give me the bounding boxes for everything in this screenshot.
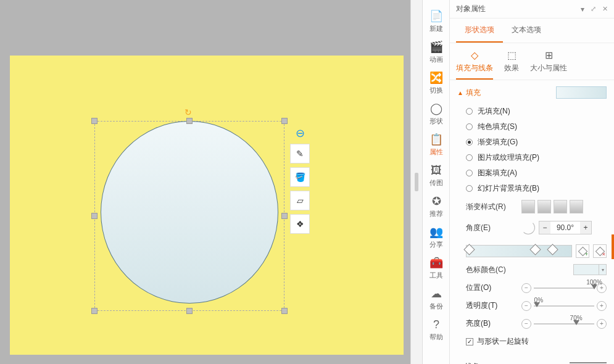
stop-color-picker[interactable]: ▾ xyxy=(573,264,607,275)
selected-shape[interactable]: ↻ xyxy=(94,121,284,311)
subtab-效果[interactable]: ⬚效果 xyxy=(504,49,519,80)
ribbon-label: 动画 xyxy=(429,55,443,64)
radio-label: 幻灯片背景填充(B) xyxy=(478,183,539,194)
ribbon-推荐[interactable]: ✪推荐 xyxy=(423,191,450,222)
opacity-decrease-button[interactable]: − xyxy=(521,301,531,311)
rotate-handle[interactable]: ↻ xyxy=(185,107,192,117)
subtab-填充与线条[interactable]: ◇填充与线条 xyxy=(456,49,493,80)
resize-handle-ne[interactable] xyxy=(281,118,288,124)
opacity-thumb[interactable] xyxy=(534,302,540,307)
ribbon-icon: 🧰 xyxy=(429,257,443,268)
fill-section-header[interactable]: ▲ 填充 xyxy=(457,86,607,99)
fill-option-图案填充(A)[interactable]: 图案填充(A) xyxy=(457,165,607,181)
delete-shape-button[interactable]: ⊖ xyxy=(290,126,310,140)
brightness-thumb[interactable] xyxy=(573,320,579,325)
brightness-row: 亮度(B) − 70% + xyxy=(457,315,607,333)
ribbon-动画[interactable]: 🎬动画 xyxy=(423,37,450,68)
circle-shape[interactable] xyxy=(101,121,278,304)
rotate-label: 与形状一起旋转 xyxy=(477,336,529,347)
subtab-label: 大小与属性 xyxy=(530,63,567,73)
gradient-stop-3[interactable] xyxy=(549,244,555,260)
angle-row: 角度(E) − 90.0° + xyxy=(457,217,607,238)
shape-float-toolbar: ⊖ ✎ 🪣 ▱ ❖ xyxy=(290,126,312,238)
angle-increase-button[interactable]: + xyxy=(580,221,591,234)
resize-handle-se[interactable] xyxy=(281,308,288,314)
resize-handle-sw[interactable] xyxy=(91,308,97,314)
resize-handle-nw[interactable] xyxy=(91,118,97,124)
tab-形状选项[interactable]: 形状选项 xyxy=(456,19,503,43)
gradient-stop-1[interactable] xyxy=(465,244,472,260)
add-stop-button[interactable]: + xyxy=(576,244,589,258)
restore-icon[interactable]: ⤢ xyxy=(591,5,596,13)
fill-header-label: 填充 xyxy=(466,88,481,98)
stop-color-label: 色标颜色(C) xyxy=(466,265,521,275)
dropdown-icon[interactable]: ▾ xyxy=(581,5,584,14)
sub-tabs: ◇填充与线条⬚效果⊞大小与属性 xyxy=(450,43,614,80)
position-decrease-button[interactable]: − xyxy=(521,283,531,293)
line-section-header[interactable]: ▶ 线条 xyxy=(450,357,614,364)
ribbon-工具[interactable]: 🧰工具 xyxy=(423,253,450,284)
ribbon-形状[interactable]: ◯形状 xyxy=(423,99,450,130)
ribbon-label: 分享 xyxy=(429,240,443,249)
ribbon-备份[interactable]: ☁备份 xyxy=(423,284,450,315)
ribbon-切换[interactable]: 🔀切换 xyxy=(423,68,450,99)
ribbon-icon: ? xyxy=(433,319,439,330)
resize-handle-s[interactable] xyxy=(186,308,193,314)
radio-label: 纯色填充(S) xyxy=(478,122,517,132)
fill-preview-swatch[interactable] xyxy=(556,86,607,99)
fill-option-渐变填充(G)[interactable]: 渐变填充(G) xyxy=(457,134,607,150)
outline-shape-button[interactable]: ▱ xyxy=(290,191,310,210)
gradient-stop-2[interactable] xyxy=(531,244,538,260)
edit-shape-button[interactable]: ✎ xyxy=(290,144,310,163)
scrollbar-thumb[interactable] xyxy=(612,234,614,259)
subtab-icon: ◇ xyxy=(471,49,478,61)
gradient-style-4[interactable] xyxy=(570,200,583,213)
ribbon-分享[interactable]: 👥分享 xyxy=(423,222,450,253)
opacity-increase-button[interactable]: + xyxy=(597,301,607,311)
ribbon-新建[interactable]: 📄新建 xyxy=(423,6,450,37)
layer-shape-button[interactable]: ❖ xyxy=(290,214,310,234)
opacity-slider[interactable]: 0% xyxy=(534,305,594,307)
brightness-slider[interactable]: 70% xyxy=(534,323,594,325)
subtab-icon: ⬚ xyxy=(507,49,517,61)
ribbon-属性[interactable]: 📋属性 xyxy=(423,130,450,160)
subtab-label: 填充与线条 xyxy=(456,63,493,73)
fill-shape-button[interactable]: 🪣 xyxy=(290,167,310,187)
remove-stop-button[interactable]: × xyxy=(593,244,607,258)
fill-option-纯色填充(S)[interactable]: 纯色填充(S) xyxy=(457,119,607,134)
gradient-style-2[interactable] xyxy=(537,200,551,213)
side-ribbon: 📄新建🎬动画🔀切换◯形状📋属性🖼传图✪推荐👥分享🧰工具☁备份?帮助 xyxy=(423,0,450,364)
gradient-style-1[interactable] xyxy=(521,200,535,213)
resize-handle-w[interactable] xyxy=(91,213,97,219)
gradient-style-3[interactable] xyxy=(554,200,567,213)
fill-option-无填充(N)[interactable]: 无填充(N) xyxy=(457,104,607,119)
fill-option-图片或纹理填充(P)[interactable]: 图片或纹理填充(P) xyxy=(457,150,607,165)
angle-value[interactable]: 90.0° xyxy=(550,221,580,234)
ribbon-icon: 🎬 xyxy=(429,41,443,52)
position-slider[interactable]: 100% xyxy=(534,287,594,289)
panel-title: 对象属性 xyxy=(456,4,578,14)
brightness-increase-button[interactable]: + xyxy=(597,319,607,329)
drag-grip-icon xyxy=(415,173,418,191)
rotate-checkbox[interactable]: ✓ xyxy=(466,338,473,345)
fill-option-幻灯片背景填充(B)[interactable]: 幻灯片背景填充(B) xyxy=(457,181,607,196)
ribbon-label: 属性 xyxy=(429,147,443,157)
rotate-with-shape-row[interactable]: ✓ 与形状一起旋转 xyxy=(457,333,607,350)
position-thumb[interactable] xyxy=(591,284,597,289)
ribbon-label: 备份 xyxy=(429,302,443,311)
tab-文本选项[interactable]: 文本选项 xyxy=(503,19,550,43)
subtab-大小与属性[interactable]: ⊞大小与属性 xyxy=(530,49,567,80)
resize-handle-n[interactable] xyxy=(186,118,193,124)
close-icon[interactable]: ✕ xyxy=(602,5,608,13)
panel-drag-bar[interactable] xyxy=(410,0,423,364)
angle-dial[interactable] xyxy=(521,221,535,234)
ribbon-icon: ✪ xyxy=(432,196,441,207)
resize-handle-e[interactable] xyxy=(281,213,288,219)
ribbon-label: 切换 xyxy=(429,86,443,95)
gradient-bar[interactable] xyxy=(466,245,572,257)
brightness-decrease-button[interactable]: − xyxy=(521,319,531,329)
ribbon-帮助[interactable]: ?帮助 xyxy=(423,315,450,345)
ribbon-传图[interactable]: 🖼传图 xyxy=(423,160,450,191)
angle-decrease-button[interactable]: − xyxy=(539,221,550,234)
ribbon-icon: 🔀 xyxy=(429,72,443,83)
